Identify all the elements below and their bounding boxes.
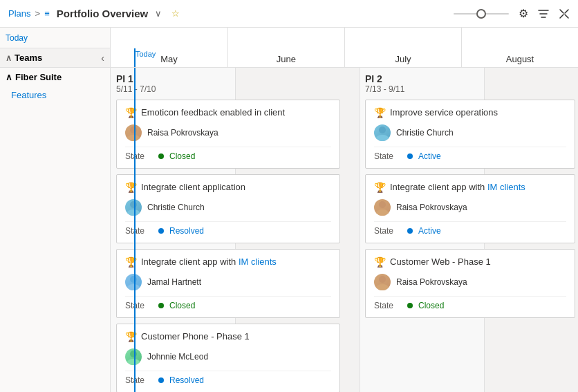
avatar bbox=[374, 124, 391, 141]
svg-point-2 bbox=[130, 201, 137, 208]
trophy-icon: 🏆 bbox=[374, 182, 386, 193]
person-name: Raisa Pokrovskaya bbox=[396, 203, 467, 212]
timeline-month-may: May bbox=[111, 28, 227, 67]
pi2-card-3[interactable]: 🏆 Customer Web - Phase 1 Raisa Pokrovska… bbox=[365, 249, 575, 318]
today-vertical-line bbox=[134, 68, 136, 392]
state-label: State bbox=[125, 375, 153, 385]
main-content: Today ∧ Teams ‹ ∧ Fiber Suite Features T… bbox=[0, 28, 578, 392]
card-title: Improve service operations bbox=[390, 107, 498, 119]
svg-point-7 bbox=[127, 359, 140, 365]
svg-point-6 bbox=[130, 351, 137, 357]
svg-point-5 bbox=[127, 284, 140, 290]
state-dot bbox=[407, 228, 413, 234]
svg-point-13 bbox=[376, 284, 389, 290]
person-name: Jamal Hartnett bbox=[147, 277, 201, 287]
svg-point-10 bbox=[379, 201, 386, 208]
svg-point-8 bbox=[379, 127, 386, 133]
person-name: Christie Church bbox=[396, 128, 454, 138]
avatar bbox=[374, 199, 391, 216]
person-name: Christie Church bbox=[147, 203, 205, 212]
page-title: Portfolio Overview bbox=[57, 8, 149, 19]
pi1-card-4[interactable]: 🏆 Customer Phone - Phase 1 Johnnie McLeo… bbox=[116, 324, 340, 392]
state-value: Active bbox=[418, 151, 441, 161]
svg-point-4 bbox=[130, 276, 137, 283]
timeline-month-july: July bbox=[344, 28, 461, 67]
state-dot bbox=[158, 303, 164, 308]
slider-thumb[interactable] bbox=[476, 9, 486, 19]
sidebar-teams-header: ∧ Teams ‹ bbox=[0, 48, 110, 68]
chevron-down-icon: ∧ bbox=[6, 72, 12, 82]
person-name: Raisa Pokrovskaya bbox=[147, 128, 218, 138]
state-label: State bbox=[125, 151, 153, 161]
state-value: Active bbox=[418, 226, 441, 236]
timeline-month-august: August bbox=[461, 28, 578, 67]
timeline-header: Today May June July August bbox=[111, 28, 578, 68]
avatar bbox=[125, 124, 142, 141]
state-value: Closed bbox=[169, 301, 195, 310]
chevron-down-icon[interactable]: ∨ bbox=[155, 8, 162, 19]
pi1-title: PI 1 bbox=[116, 73, 340, 84]
header-actions: ⚙ bbox=[454, 7, 570, 20]
state-dot bbox=[407, 303, 413, 308]
settings-icon[interactable]: ⚙ bbox=[519, 7, 528, 20]
app-header: Plans > ≡ Portfolio Overview ∨ ☆ ⚙ bbox=[0, 0, 578, 28]
pi2-card-1[interactable]: 🏆 Improve service operations Christie Ch… bbox=[365, 100, 575, 169]
svg-point-3 bbox=[127, 209, 140, 216]
state-dot bbox=[158, 228, 164, 234]
gantt-content: PI 1 5/11 - 7/10 🏆 Emoticon feedback ena… bbox=[111, 68, 578, 392]
pi1-dates: 5/11 - 7/10 bbox=[116, 84, 340, 94]
pi1-card-1[interactable]: 🏆 Emoticon feedback enabled in client Ra… bbox=[116, 100, 340, 169]
avatar bbox=[125, 199, 142, 216]
svg-point-12 bbox=[379, 276, 386, 283]
pi2-dates: 7/13 - 9/11 bbox=[365, 84, 575, 94]
avatar bbox=[125, 348, 142, 365]
pi1-card-2[interactable]: 🏆 Integrate client application Christie … bbox=[116, 174, 340, 243]
state-label: State bbox=[125, 226, 153, 236]
card-title: Customer Web - Phase 1 bbox=[390, 256, 491, 268]
pi1-card-3[interactable]: 🏆 Integrate client app with IM clients J… bbox=[116, 249, 340, 318]
pi2-section: PI 2 7/13 - 9/11 🏆 Improve service opera… bbox=[360, 68, 578, 392]
state-label: State bbox=[374, 226, 402, 236]
state-value: Closed bbox=[169, 151, 195, 161]
pi2-title: PI 2 bbox=[365, 73, 575, 84]
gantt-area: Today May June July August bbox=[111, 28, 578, 392]
state-value: Resolved bbox=[169, 226, 204, 236]
avatar bbox=[374, 274, 391, 290]
pi1-section: PI 1 5/11 - 7/10 🏆 Emoticon feedback ena… bbox=[111, 68, 346, 392]
state-label: State bbox=[374, 151, 402, 161]
state-dot bbox=[158, 377, 164, 383]
breadcrumb-separator: > bbox=[35, 8, 41, 19]
group-name: Fiber Suite bbox=[15, 72, 62, 82]
sidebar-item-features[interactable]: Features bbox=[0, 86, 110, 104]
person-name: Johnnie McLeod bbox=[147, 352, 208, 362]
svg-point-0 bbox=[130, 127, 137, 133]
collapse-teams-icon[interactable]: ∧ bbox=[6, 53, 12, 63]
expand-icon[interactable] bbox=[559, 8, 570, 19]
card-title: Customer Phone - Phase 1 bbox=[141, 331, 250, 343]
today-label: Today bbox=[136, 50, 156, 58]
card-title: Integrate client app with IM clients bbox=[141, 256, 277, 268]
trophy-icon: 🏆 bbox=[374, 107, 386, 118]
state-label: State bbox=[125, 301, 153, 310]
breadcrumb-plans[interactable]: Plans bbox=[8, 8, 31, 19]
sidebar-today-label: Today bbox=[0, 28, 110, 48]
card-title: Integrate client app with IM clients bbox=[390, 182, 525, 194]
sidebar-collapse-button[interactable]: ‹ bbox=[101, 53, 104, 64]
sidebar: Today ∧ Teams ‹ ∧ Fiber Suite Features bbox=[0, 28, 111, 392]
zoom-slider[interactable] bbox=[454, 13, 509, 15]
card-title: Integrate client application bbox=[141, 182, 245, 194]
svg-point-1 bbox=[127, 135, 140, 141]
state-dot bbox=[158, 153, 164, 159]
person-name: Raisa Pokrovskaya bbox=[396, 277, 467, 287]
pi2-card-2[interactable]: 🏆 Integrate client app with IM clients R… bbox=[365, 174, 575, 243]
timeline-month-june: June bbox=[227, 28, 344, 67]
state-dot bbox=[407, 153, 413, 159]
state-value: Resolved bbox=[169, 375, 204, 385]
svg-point-11 bbox=[376, 209, 389, 216]
favorite-star-icon[interactable]: ☆ bbox=[171, 8, 180, 19]
filter-icon[interactable] bbox=[538, 8, 549, 19]
state-value: Closed bbox=[418, 301, 444, 310]
portfolio-icon: ≡ bbox=[44, 8, 50, 19]
svg-point-9 bbox=[376, 135, 389, 141]
sidebar-group-fiber-suite[interactable]: ∧ Fiber Suite bbox=[0, 68, 110, 86]
